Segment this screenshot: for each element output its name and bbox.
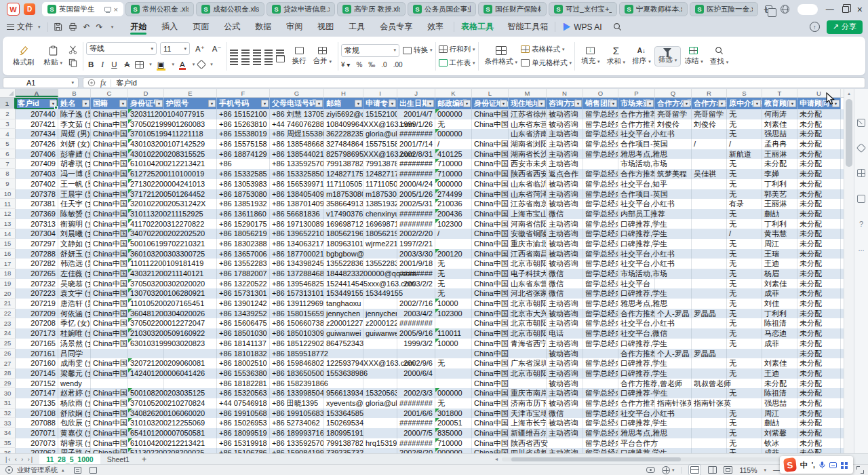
document-tab[interactable]: S贷款申请信息.xlsx xyxy=(267,2,335,16)
menu-tab-审阅[interactable]: 审阅 xyxy=(279,18,310,35)
cell[interactable]: 合作项目-英国 xyxy=(618,139,655,149)
cell[interactable]: China中国 xyxy=(472,149,509,159)
cell[interactable]: 207369 xyxy=(16,209,58,219)
cell[interactable]: 207313 xyxy=(16,219,58,229)
align-middle-icon[interactable] xyxy=(241,50,250,51)
cell[interactable]: 湖南省长沙 xyxy=(509,149,547,159)
cell[interactable] xyxy=(692,279,727,289)
cell[interactable]: China中国 xyxy=(91,368,128,379)
cell[interactable]: 207135 xyxy=(16,398,58,408)
merge-cells-button[interactable]: 合并▾ xyxy=(310,45,336,67)
cell[interactable]: +86 18874129 xyxy=(217,149,270,159)
cell[interactable]: 留学总经办 xyxy=(583,179,618,189)
cell[interactable]: +86 15606475 xyxy=(217,318,270,328)
row-number[interactable]: 8 xyxy=(0,169,16,179)
wrap-text-button[interactable]: 换行 xyxy=(289,45,310,67)
align-top-icon[interactable] xyxy=(230,50,238,51)
cell[interactable]: China中国 xyxy=(472,318,509,328)
cell[interactable]: 钦冰 xyxy=(762,438,797,449)
docer-icon[interactable]: D xyxy=(24,3,35,15)
cell[interactable]: 180562196 xyxy=(363,229,397,239)
cell[interactable]: 2005/9/16 xyxy=(397,328,435,339)
cell[interactable]: 未分配 xyxy=(797,379,841,389)
cell[interactable]: China中国 xyxy=(91,129,128,139)
cell[interactable]: 2003/3/30 xyxy=(397,249,435,259)
cell[interactable]: 000000 xyxy=(435,448,472,453)
cell[interactable]: 成菲 xyxy=(762,339,797,349)
cell[interactable]: China中国 xyxy=(472,408,509,419)
cell[interactable]: 未分配 xyxy=(797,229,841,239)
cell[interactable]: China中国 xyxy=(91,239,128,249)
cell[interactable]: 799138782 xyxy=(363,159,397,169)
cell[interactable]: China中国 xyxy=(91,209,128,219)
cell[interactable] xyxy=(363,249,397,259)
cell[interactable]: +86 1582391866 xyxy=(270,379,324,389)
cell[interactable]: 留学总经办 xyxy=(583,299,618,309)
cell[interactable]: 袁文宇 (女) xyxy=(58,288,91,299)
cell[interactable] xyxy=(164,349,217,359)
cell[interactable]: 主动咨询 xyxy=(547,149,583,159)
cell[interactable]: +86 1387014094 xyxy=(270,199,324,209)
cell[interactable]: 207304 xyxy=(16,229,58,239)
cell[interactable]: 刘晨曦 (女) xyxy=(58,229,91,239)
save-icon[interactable] xyxy=(54,22,62,31)
vertical-scrollbar[interactable]: ▴ xyxy=(844,89,854,453)
cell[interactable]: 留学总经办 xyxy=(583,239,618,249)
cell[interactable]: 指南针张英 xyxy=(692,398,727,408)
cell[interactable]: 2002/8/20 xyxy=(397,448,435,453)
cell[interactable]: 留学总经办 xyxy=(583,119,618,130)
cell[interactable]: China中国 xyxy=(472,269,509,279)
cell[interactable]: 合作方推荐,曾老师 xyxy=(618,379,655,389)
cell[interactable]: 合作方推荐,合作 xyxy=(618,109,655,119)
filter-dropdown-icon[interactable]: ▼ xyxy=(427,100,434,107)
menu-tab-公式[interactable]: 公式 xyxy=(216,18,248,35)
cell[interactable]: ######## xyxy=(397,318,435,328)
cell[interactable]: 1524414545xxx@163.com xyxy=(324,279,363,289)
cell[interactable]: China中国 xyxy=(91,398,128,408)
cell[interactable]: 无 xyxy=(435,288,472,299)
cell[interactable]: 130703200106280921 xyxy=(128,288,164,299)
cell[interactable]: 江西省南昌 xyxy=(509,249,547,259)
cell[interactable]: 舒妍玉 (女) xyxy=(58,249,91,259)
cell[interactable]: ######## xyxy=(397,398,435,408)
cell[interactable]: China中国 xyxy=(472,288,509,299)
cell[interactable]: 200120 xyxy=(435,249,472,259)
cell[interactable] xyxy=(324,379,363,389)
cell[interactable]: guiwanwei xyxy=(363,328,397,339)
cell[interactable]: 未分配 xyxy=(797,199,841,209)
cell[interactable]: 被动咨询 xyxy=(547,179,583,189)
formula-input[interactable]: fx 客户id xyxy=(83,77,865,88)
cell[interactable]: 无 xyxy=(727,169,762,179)
cell[interactable]: 未分配 xyxy=(797,368,841,379)
cell[interactable]: 无 xyxy=(727,119,762,130)
cell[interactable]: 陈敏赟 (女) xyxy=(58,209,91,219)
cell[interactable]: 无 xyxy=(727,288,762,299)
cell[interactable]: 刘俊伶 xyxy=(692,119,727,130)
cell[interactable]: 无 xyxy=(727,368,762,379)
row-number[interactable]: 3 xyxy=(0,119,16,130)
cell[interactable]: +86 15538019 xyxy=(217,129,270,139)
conditional-format-button[interactable]: 条件格式▾ xyxy=(481,45,521,68)
row-number[interactable]: 16 xyxy=(0,249,16,259)
menu-tab-会员专享[interactable]: 会员专享 xyxy=(372,18,420,35)
header-cell[interactable]: 合作方公司▼ xyxy=(655,98,692,109)
scroll-up-icon[interactable]: ▴ xyxy=(844,89,854,98)
cell[interactable]: 未分配 xyxy=(797,189,841,200)
cell[interactable] xyxy=(727,349,762,359)
cell[interactable]: 142401200006041426 xyxy=(128,368,164,379)
cell[interactable]: 169698712 xyxy=(363,219,397,229)
cell[interactable]: China中国 xyxy=(91,448,128,453)
row-number[interactable]: 24 xyxy=(0,328,16,339)
cell[interactable]: 个人-罗晶 xyxy=(655,349,692,359)
cell[interactable]: 王丽淋 xyxy=(762,199,797,209)
cell[interactable]: 10000 xyxy=(435,339,472,349)
cell[interactable]: +86 15575158 xyxy=(217,139,270,149)
cell[interactable]: +86 15152100 xyxy=(217,109,270,119)
cell[interactable]: China中国 xyxy=(472,119,509,130)
cell[interactable]: China中国 xyxy=(91,438,128,449)
cell[interactable]: China中国 xyxy=(472,418,509,428)
wps-logo-icon[interactable]: W xyxy=(7,3,20,16)
row-number[interactable]: 25 xyxy=(0,339,16,349)
cell[interactable]: 微信 xyxy=(547,408,583,419)
worksheet-button[interactable]: 工作表▾ xyxy=(439,58,475,68)
